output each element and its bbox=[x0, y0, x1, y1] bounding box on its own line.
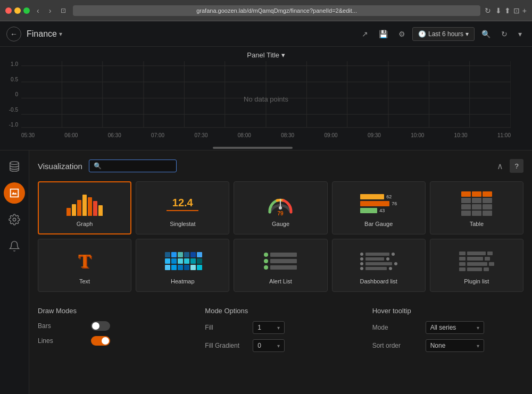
viz-item-bar-gauge-label: Bar Gauge bbox=[364, 221, 393, 227]
viz-item-dashboard-list-label: Dashboard list bbox=[360, 278, 397, 284]
search-button[interactable]: 🔍 bbox=[478, 27, 494, 41]
browser-chrome: ‹ › ⊡ ↻ ⬇ ⬆ ⊡ + bbox=[0, 0, 532, 21]
gauge-svg: 79 bbox=[264, 192, 296, 216]
time-icon: 🕐 bbox=[418, 30, 426, 38]
viz-item-graph-label: Graph bbox=[77, 221, 93, 227]
viz-item-dashboard-list[interactable]: Dashboard list bbox=[332, 239, 426, 292]
chart-inner: 1.0 0.5 0 -0.5 -1.0 bbox=[21, 61, 511, 138]
back-button[interactable]: ‹ bbox=[34, 5, 42, 16]
mode-option-row: Mode All series ▾ bbox=[372, 321, 523, 334]
panel-title-chevron-icon[interactable]: ▾ bbox=[281, 51, 285, 59]
tooltip-mode-select[interactable]: All series ▾ bbox=[426, 321, 484, 334]
fill-gradient-label: Fill Gradient bbox=[205, 342, 247, 349]
bars-toggle[interactable] bbox=[91, 321, 110, 331]
graph-preview bbox=[43, 189, 126, 219]
viz-search-input[interactable] bbox=[105, 162, 172, 170]
viz-item-text[interactable]: T Text bbox=[38, 239, 131, 292]
bars-option-row: Bars bbox=[38, 321, 189, 331]
bars-label: Bars bbox=[38, 322, 86, 330]
sidebar-item-settings[interactable] bbox=[4, 209, 25, 230]
chart-title: Panel Title ▾ bbox=[0, 51, 532, 59]
dashlist-preview bbox=[337, 247, 421, 276]
traffic-lights bbox=[5, 7, 30, 14]
browser-share-button[interactable]: ⬆ bbox=[504, 6, 511, 15]
more-button[interactable]: ▾ bbox=[514, 27, 526, 41]
fill-option-row: Fill 1 ▾ bbox=[205, 321, 356, 334]
viz-help-button[interactable]: ? bbox=[510, 159, 523, 173]
viz-item-table[interactable]: Table bbox=[430, 181, 523, 234]
app-header: ← Finance ▾ ↗ 💾 ⚙ 🕐 Last 6 hours ▾ 🔍 ↻ ▾ bbox=[0, 21, 532, 47]
title-chevron-icon[interactable]: ▾ bbox=[59, 30, 62, 38]
viz-item-text-label: Text bbox=[79, 278, 90, 284]
minimize-traffic-light[interactable] bbox=[14, 7, 21, 14]
chart-scrollbar[interactable] bbox=[213, 147, 293, 149]
options-row: Draw Modes Bars Lines Mode Options bbox=[38, 303, 523, 357]
settings-button[interactable]: ⚙ bbox=[395, 27, 409, 41]
table-preview bbox=[435, 189, 519, 219]
dashboard-back-button[interactable]: ← bbox=[6, 27, 21, 41]
sidebar bbox=[0, 150, 29, 394]
save-button[interactable]: 💾 bbox=[375, 27, 392, 41]
x-label-9: 10:00 bbox=[411, 132, 424, 138]
x-label-7: 09:00 bbox=[325, 132, 338, 138]
draw-modes-title: Draw Modes bbox=[38, 307, 189, 315]
viz-item-gauge[interactable]: 79 Gauge bbox=[234, 181, 327, 234]
viz-item-graph[interactable]: Graph bbox=[38, 181, 131, 234]
pluginlist-preview bbox=[435, 247, 519, 276]
x-axis-labels: 05:30 06:00 06:30 07:00 07:30 08:00 08:3… bbox=[21, 132, 511, 138]
browser-more-button[interactable]: + bbox=[522, 6, 527, 15]
viz-collapse-button[interactable]: ∧ bbox=[497, 161, 503, 171]
tooltip-mode-chevron-icon: ▾ bbox=[477, 325, 479, 331]
lines-toggle-thumb bbox=[102, 337, 109, 345]
url-bar[interactable] bbox=[73, 5, 480, 16]
viz-item-bar-gauge[interactable]: 62 76 43 Bar Gauge bbox=[332, 181, 426, 234]
x-label-2: 06:30 bbox=[108, 132, 121, 138]
fill-gradient-value: 0 bbox=[257, 342, 261, 349]
sort-order-label: Sort order bbox=[372, 342, 420, 349]
lines-toggle[interactable] bbox=[91, 336, 110, 346]
viz-item-plugin-list[interactable]: Plugin list bbox=[430, 239, 523, 292]
viz-item-alert-list[interactable]: Alert List bbox=[234, 239, 327, 292]
viz-search-container: 🔍 bbox=[89, 160, 177, 172]
bars-toggle-thumb bbox=[92, 322, 99, 330]
fill-chevron-icon: ▾ bbox=[277, 325, 280, 331]
viz-item-heatmap[interactable]: Heatmap bbox=[136, 239, 229, 292]
time-range-chevron-icon: ▾ bbox=[466, 30, 469, 38]
browser-download-button[interactable]: ⬇ bbox=[495, 6, 502, 15]
window-button[interactable]: ⊡ bbox=[58, 5, 69, 16]
lines-option-row: Lines bbox=[38, 336, 189, 346]
y-label-3: -0.5 bbox=[1, 107, 18, 113]
dashboard-title: Finance bbox=[27, 29, 57, 39]
browser-fullscreen-button[interactable]: ⊡ bbox=[513, 6, 520, 15]
sort-order-select[interactable]: None ▾ bbox=[426, 339, 484, 352]
no-data-message: No data points bbox=[244, 95, 288, 103]
sidebar-item-alerts[interactable] bbox=[4, 236, 25, 257]
viz-item-singlestat[interactable]: 12.4 Singlestat bbox=[136, 181, 229, 234]
share-button[interactable]: ↗ bbox=[358, 27, 372, 41]
fill-label: Fill bbox=[205, 324, 247, 331]
viz-item-alert-list-label: Alert List bbox=[269, 278, 292, 284]
viz-header: Visualization 🔍 ∧ ? bbox=[38, 159, 523, 173]
heatmap-preview bbox=[140, 247, 225, 276]
time-range-label: Last 6 hours bbox=[428, 30, 463, 38]
maximize-traffic-light[interactable] bbox=[23, 7, 30, 14]
mode-options-title: Mode Options bbox=[205, 307, 356, 315]
time-range-button[interactable]: 🕐 Last 6 hours ▾ bbox=[412, 27, 475, 41]
close-traffic-light[interactable] bbox=[5, 7, 12, 14]
fill-gradient-select[interactable]: 0 ▾ bbox=[253, 339, 285, 352]
sort-order-option-row: Sort order None ▾ bbox=[372, 339, 523, 352]
refresh-button[interactable]: ↻ bbox=[497, 27, 511, 41]
visualization-icon bbox=[9, 187, 20, 199]
sidebar-item-database[interactable] bbox=[4, 156, 25, 177]
forward-button[interactable]: › bbox=[46, 5, 54, 16]
fill-select[interactable]: 1 ▾ bbox=[253, 321, 285, 334]
bell-icon bbox=[9, 240, 20, 252]
sidebar-item-visualization[interactable] bbox=[4, 182, 25, 204]
tooltip-mode-value: All series bbox=[430, 324, 456, 331]
viz-item-heatmap-label: Heatmap bbox=[171, 278, 195, 284]
gear-icon bbox=[9, 214, 20, 225]
panel-title[interactable]: Panel Title bbox=[247, 51, 279, 59]
page-refresh-button[interactable]: ↻ bbox=[485, 6, 491, 15]
main-content: Visualization 🔍 ∧ ? bbox=[0, 150, 532, 394]
chart-area: Panel Title ▾ 1.0 0.5 0 -0.5 -1.0 bbox=[0, 47, 532, 150]
